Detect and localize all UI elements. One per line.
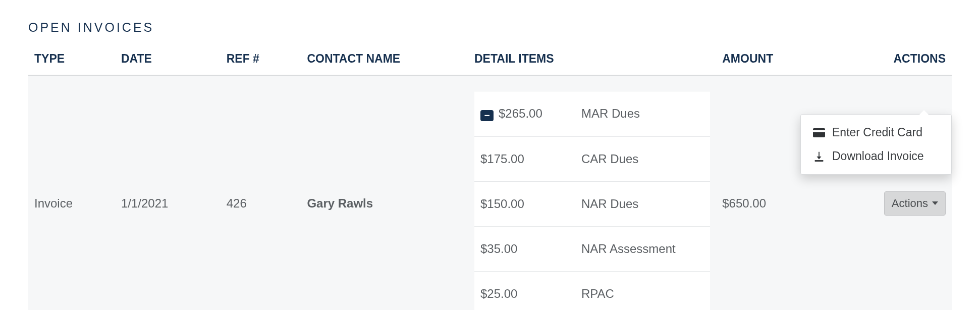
cell-contact: Gary Rawls [301, 75, 468, 310]
svg-rect-1 [813, 130, 825, 132]
detail-item-row: $175.00 CAR Dues [474, 136, 710, 181]
detail-price: $25.00 [474, 271, 575, 310]
cell-detail: $265.00 MAR Dues $175.00 CAR Dues $150.0… [468, 75, 716, 310]
download-invoice-item[interactable]: Download Invoice [801, 144, 951, 168]
detail-desc: NAR Dues [575, 181, 710, 226]
cell-ref: 426 [221, 75, 301, 310]
col-header-contact: CONTACT NAME [301, 47, 468, 75]
col-header-actions: ACTIONS [852, 47, 952, 75]
detail-desc: NAR Assessment [575, 226, 710, 271]
enter-credit-card-item[interactable]: Enter Credit Card [801, 121, 951, 144]
download-icon [813, 151, 825, 162]
table-header-row: TYPE DATE REF # CONTACT NAME DETAIL ITEM… [28, 47, 952, 75]
dropdown-item-label: Download Invoice [832, 149, 924, 163]
svg-rect-0 [813, 128, 825, 137]
detail-price: $150.00 [474, 181, 575, 226]
credit-card-icon [813, 127, 825, 138]
detail-desc: MAR Dues [575, 91, 710, 137]
actions-button[interactable]: Actions [884, 191, 946, 216]
detail-item-row: $265.00 MAR Dues [474, 91, 710, 137]
detail-item-row: $25.00 RPAC [474, 271, 710, 310]
cell-actions: Actions Enter Credit Card Download Invoi… [852, 75, 952, 310]
col-header-amount: AMOUNT [716, 47, 852, 75]
detail-desc: RPAC [575, 271, 710, 310]
col-header-type: TYPE [28, 47, 115, 75]
detail-price-value: $265.00 [499, 107, 542, 120]
invoices-table: TYPE DATE REF # CONTACT NAME DETAIL ITEM… [28, 47, 952, 310]
detail-price: $265.00 [474, 91, 575, 137]
dropdown-item-label: Enter Credit Card [832, 126, 922, 139]
collapse-icon[interactable] [480, 110, 494, 121]
chevron-down-icon [932, 201, 938, 205]
cell-type: Invoice [28, 75, 115, 310]
cell-date: 1/1/2021 [115, 75, 221, 310]
svg-rect-2 [815, 160, 824, 162]
col-header-ref: REF # [221, 47, 301, 75]
detail-item-row: $150.00 NAR Dues [474, 181, 710, 226]
actions-button-label: Actions [892, 197, 928, 210]
detail-item-row: $35.00 NAR Assessment [474, 226, 710, 271]
cell-amount: $650.00 [716, 75, 852, 310]
detail-items-table: $265.00 MAR Dues $175.00 CAR Dues $150.0… [474, 91, 710, 310]
col-header-date: DATE [115, 47, 221, 75]
col-header-detail: DETAIL ITEMS [468, 47, 716, 75]
detail-price: $175.00 [474, 136, 575, 181]
detail-desc: CAR Dues [575, 136, 710, 181]
section-title: OPEN INVOICES [28, 20, 952, 35]
table-row: Invoice 1/1/2021 426 Gary Rawls $265.00 … [28, 75, 952, 310]
detail-price: $35.00 [474, 226, 575, 271]
actions-dropdown: Enter Credit Card Download Invoice [800, 114, 952, 175]
